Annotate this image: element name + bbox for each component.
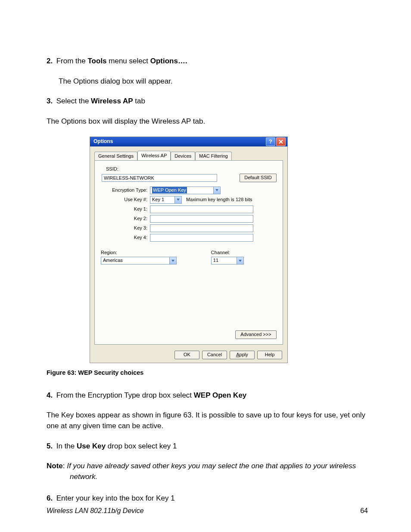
tab-general-settings[interactable]: General Settings	[94, 152, 137, 161]
key3-input[interactable]	[150, 224, 253, 232]
step-5-number: 5.	[47, 441, 54, 452]
step-5-text-1: In the	[56, 442, 77, 450]
help-button[interactable]: Help	[257, 351, 282, 359]
key2-label: Key 2:	[101, 215, 150, 222]
region-value: Americas	[103, 257, 123, 264]
step-3-bold-1: Wireless AP	[91, 97, 133, 105]
region-label: Region:	[101, 249, 185, 256]
encryption-type-value: WEP Open Key	[152, 187, 187, 194]
step-5: 5. In the Use Key drop box select key 1	[47, 441, 368, 452]
step-2-bold-1: Tools	[87, 57, 106, 65]
help-icon[interactable]: ?	[266, 137, 275, 146]
step-2-text-2: menu select	[107, 57, 150, 65]
chevron-down-icon	[237, 257, 243, 264]
wireless-ap-panel: SSID: Default SSID Encryption Type: WEP …	[94, 160, 283, 345]
chevron-down-icon	[169, 257, 176, 264]
ssid-label: SSID:	[106, 166, 277, 173]
cancel-button[interactable]: Cancel	[202, 351, 227, 359]
step-2-bold-2: Options….	[150, 57, 187, 65]
step-3-text-2: tab	[133, 97, 145, 105]
step-2-number: 2.	[47, 56, 54, 67]
key2-input[interactable]	[150, 215, 253, 223]
note-block: Note: If you have already saved other ke…	[47, 461, 368, 482]
key1-label: Key 1:	[101, 206, 150, 213]
note-body: If you have already saved other keys you…	[67, 462, 356, 481]
dialog-button-bar: OK Cancel Apply Help	[174, 351, 282, 359]
step-2: 2. From the Tools menu select Options….	[47, 56, 368, 67]
ok-button[interactable]: OK	[174, 351, 199, 359]
max-key-length-label: Maximum key length is 128 bits	[186, 196, 252, 203]
step-4-bold-1: WEP Open Key	[194, 391, 247, 399]
step-4: 4. From the Encryption Type drop box sel…	[47, 390, 368, 401]
close-icon[interactable]	[276, 137, 286, 146]
channel-value: 11	[213, 257, 218, 264]
step-4-number: 4.	[47, 390, 54, 401]
page-number: 64	[360, 506, 368, 516]
step-6-text: Enter your key into the box for Key 1	[56, 494, 175, 502]
para-options-appear: The Options dialog box will appear.	[59, 76, 368, 87]
note-colon: :	[63, 462, 67, 470]
options-dialog: Options ? General Settings Wireless AP D…	[90, 137, 288, 363]
note-label: Note	[47, 462, 63, 470]
step-4-text-1: From the Encryption Type drop box select	[56, 391, 194, 399]
figure-caption: Figure 63: WEP Security choices	[47, 368, 368, 377]
tab-mac-filtering[interactable]: MAC Filtering	[195, 152, 232, 161]
key4-input[interactable]	[150, 234, 253, 242]
step-6: 6. Enter your key into the box for Key 1	[47, 493, 368, 504]
step-3: 3. Select the Wireless AP tab	[47, 96, 368, 107]
chevron-down-icon	[213, 187, 220, 194]
footer-device: Wireless LAN 802.11b/g Device	[47, 506, 144, 516]
encryption-type-label: Encryption Type:	[101, 187, 150, 194]
advanced-button[interactable]: Advanced >>>	[235, 330, 277, 339]
region-select[interactable]: Americas	[101, 257, 177, 264]
para-key-boxes: The Key boxes appear as shown in figure …	[47, 410, 368, 431]
use-key-value: Key 1	[152, 196, 164, 203]
chevron-down-icon	[174, 196, 181, 203]
key3-label: Key 3:	[101, 225, 150, 232]
dialog-titlebar[interactable]: Options ?	[90, 137, 287, 146]
tab-wireless-ap[interactable]: Wireless AP	[137, 151, 171, 160]
ssid-input[interactable]	[102, 174, 217, 182]
apply-button[interactable]: Apply	[230, 351, 255, 359]
encryption-type-select[interactable]: WEP Open Key	[150, 187, 221, 194]
key4-label: Key 4:	[101, 234, 150, 241]
use-key-select[interactable]: Key 1	[150, 196, 182, 204]
tab-strip: General Settings Wireless AP Devices MAC…	[90, 146, 287, 160]
para-wireless-tab: The Options box will display the Wireles…	[47, 116, 368, 127]
step-5-bold-1: Use Key	[77, 442, 106, 450]
channel-label: Channel:	[211, 249, 244, 256]
step-3-text-1: Select the	[56, 97, 91, 105]
dialog-title: Options	[93, 138, 113, 145]
default-ssid-button[interactable]: Default SSID	[240, 174, 277, 182]
step-2-text-1: From the	[56, 57, 88, 65]
step-5-text-2: drop box select key 1	[106, 442, 177, 450]
step-6-number: 6.	[47, 493, 54, 504]
use-key-label: Use Key #:	[101, 196, 150, 203]
tab-devices[interactable]: Devices	[171, 152, 195, 161]
key1-input[interactable]	[150, 205, 253, 213]
step-3-number: 3.	[47, 96, 54, 107]
channel-select[interactable]: 11	[211, 257, 244, 264]
